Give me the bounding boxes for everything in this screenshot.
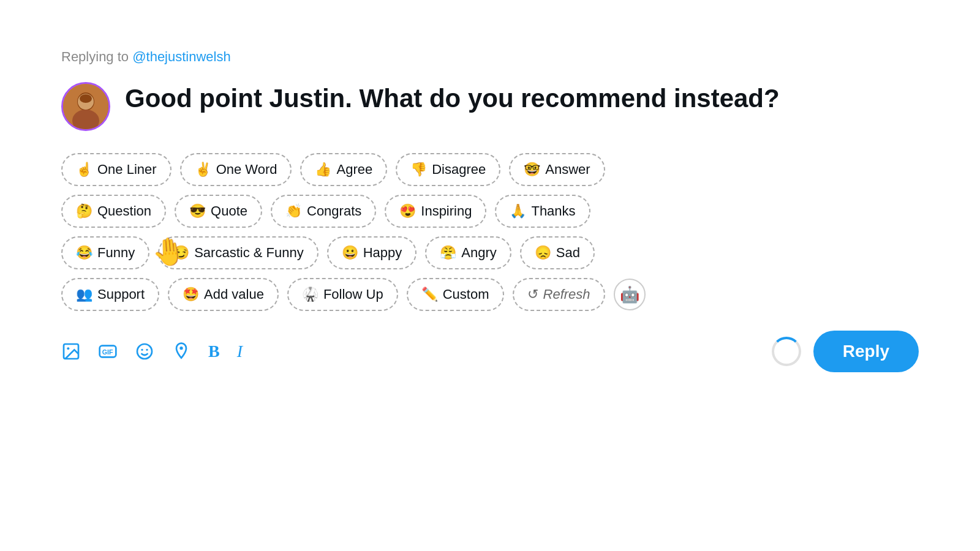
thanks-icon: 🙏 <box>510 203 526 219</box>
btn-refresh[interactable]: ↺ Refresh <box>513 278 605 311</box>
loading-spinner <box>772 337 801 366</box>
reply-button[interactable]: Reply <box>813 331 919 372</box>
agree-icon: 👍 <box>315 162 331 178</box>
funny-icon: 😂 <box>76 245 92 261</box>
gif-icon[interactable]: GIF <box>98 342 118 361</box>
tweet-row: Good point Justin. What do you recommend… <box>61 82 919 131</box>
funny-label: Funny <box>97 245 135 261</box>
add-value-icon: 🤩 <box>183 287 199 302</box>
refresh-icon: ↺ <box>527 287 538 302</box>
angry-label: Angry <box>461 245 496 261</box>
agree-label: Agree <box>336 162 372 178</box>
mention-link[interactable]: @thejustinwelsh <box>132 49 231 64</box>
thanks-label: Thanks <box>531 203 575 219</box>
follow-up-label: Follow Up <box>323 287 383 302</box>
btn-disagree[interactable]: 👎 Disagree <box>396 153 500 186</box>
buttons-row-2: 🤔 Question 😎 Quote 👏 Congrats 😍 Inspirin… <box>61 195 919 228</box>
support-icon: 👥 <box>76 287 92 302</box>
btn-one-word[interactable]: ✌️ One Word <box>180 153 292 186</box>
question-label: Question <box>97 203 151 219</box>
svg-point-9 <box>137 344 152 359</box>
replying-to-label: Replying to @thejustinwelsh <box>61 49 919 65</box>
btn-angry[interactable]: 😤 Angry <box>425 236 511 269</box>
follow-up-icon: 🥋 <box>302 287 318 302</box>
btn-agree[interactable]: 👍 Agree <box>300 153 387 186</box>
tweet-text: Good point Justin. What do you recommend… <box>125 82 919 116</box>
buttons-row-1: ☝️ One Liner ✌️ One Word 👍 Agree 👎 Disag… <box>61 153 919 186</box>
btn-support[interactable]: 👥 Support <box>61 278 159 311</box>
svg-point-4 <box>80 94 92 103</box>
svg-text:GIF: GIF <box>102 348 113 356</box>
custom-icon: ✏️ <box>421 287 438 302</box>
btn-sad[interactable]: 😞 Sad <box>520 236 595 269</box>
gif-svg: GIF <box>98 342 118 361</box>
refresh-label: Refresh <box>543 287 590 302</box>
answer-label: Answer <box>545 162 590 178</box>
image-icon[interactable] <box>61 342 81 361</box>
happy-label: Happy <box>363 245 402 261</box>
location-svg <box>172 342 191 361</box>
replying-to-text: Replying to <box>61 49 129 64</box>
btn-one-liner[interactable]: ☝️ One Liner <box>61 153 172 186</box>
image-svg <box>61 342 81 361</box>
quote-icon: 😎 <box>189 203 206 219</box>
bold-icon[interactable]: B <box>208 342 220 361</box>
happy-icon: 😀 <box>342 245 358 261</box>
btn-happy[interactable]: 😀 Happy <box>327 236 417 269</box>
btn-custom[interactable]: ✏️ Custom <box>407 278 504 311</box>
btn-question[interactable]: 🤔 Question <box>61 195 166 228</box>
avatar-svg <box>63 84 108 129</box>
inspiring-icon: 😍 <box>399 203 416 219</box>
emoji-svg <box>135 342 154 361</box>
btn-inspiring[interactable]: 😍 Inspiring <box>385 195 486 228</box>
emoji-icon[interactable] <box>135 342 154 361</box>
svg-point-11 <box>146 349 148 351</box>
congrats-label: Congrats <box>307 203 361 219</box>
one-word-label: One Word <box>216 162 277 178</box>
location-icon[interactable] <box>172 342 191 361</box>
buttons-row-3: 😂 Funny 😏 Sarcastic & Funny 😀 Happy 😤 An… <box>61 236 919 269</box>
sad-label: Sad <box>556 245 580 261</box>
angry-icon: 😤 <box>440 245 456 261</box>
svg-point-10 <box>141 349 143 351</box>
question-icon: 🤔 <box>76 203 92 219</box>
btn-answer[interactable]: 🤓 Answer <box>509 153 605 186</box>
toolbar-icons: GIF B I <box>61 342 243 361</box>
svg-point-12 <box>179 347 183 350</box>
btn-sarcastic[interactable]: 😏 Sarcastic & Funny <box>158 236 318 269</box>
one-word-icon: ✌️ <box>195 162 211 178</box>
sarcastic-label: Sarcastic & Funny <box>194 245 304 261</box>
svg-point-6 <box>67 347 69 350</box>
btn-thanks[interactable]: 🙏 Thanks <box>495 195 590 228</box>
disagree-label: Disagree <box>432 162 486 178</box>
btn-congrats[interactable]: 👏 Congrats <box>271 195 376 228</box>
inspiring-label: Inspiring <box>421 203 472 219</box>
sad-icon: 😞 <box>535 245 551 261</box>
answer-icon: 🤓 <box>524 162 540 178</box>
sarcastic-icon: 😏 <box>173 245 189 261</box>
disagree-icon: 👎 <box>410 162 427 178</box>
avatar <box>61 82 110 131</box>
support-label: Support <box>97 287 145 302</box>
one-liner-icon: ☝️ <box>76 162 92 178</box>
avatar-image <box>63 84 108 129</box>
btn-funny[interactable]: 😂 Funny <box>61 236 149 269</box>
custom-label: Custom <box>443 287 489 302</box>
emoji-face-icon: 🤖 <box>620 285 639 304</box>
emoji-face-button[interactable]: 🤖 <box>614 279 646 310</box>
one-liner-label: One Liner <box>97 162 157 178</box>
quote-label: Quote <box>211 203 247 219</box>
toolbar: GIF B I Reply <box>61 331 919 372</box>
btn-quote[interactable]: 😎 Quote <box>175 195 262 228</box>
buttons-grid: ☝️ One Liner ✌️ One Word 👍 Agree 👎 Disag… <box>61 153 919 311</box>
btn-follow-up[interactable]: 🥋 Follow Up <box>287 278 398 311</box>
italic-icon[interactable]: I <box>237 342 243 361</box>
btn-add-value[interactable]: 🤩 Add value <box>168 278 279 311</box>
add-value-label: Add value <box>204 287 264 302</box>
congrats-icon: 👏 <box>285 203 302 219</box>
buttons-row-4: 👥 Support 🤩 Add value 🥋 Follow Up ✏️ Cus… <box>61 278 919 311</box>
